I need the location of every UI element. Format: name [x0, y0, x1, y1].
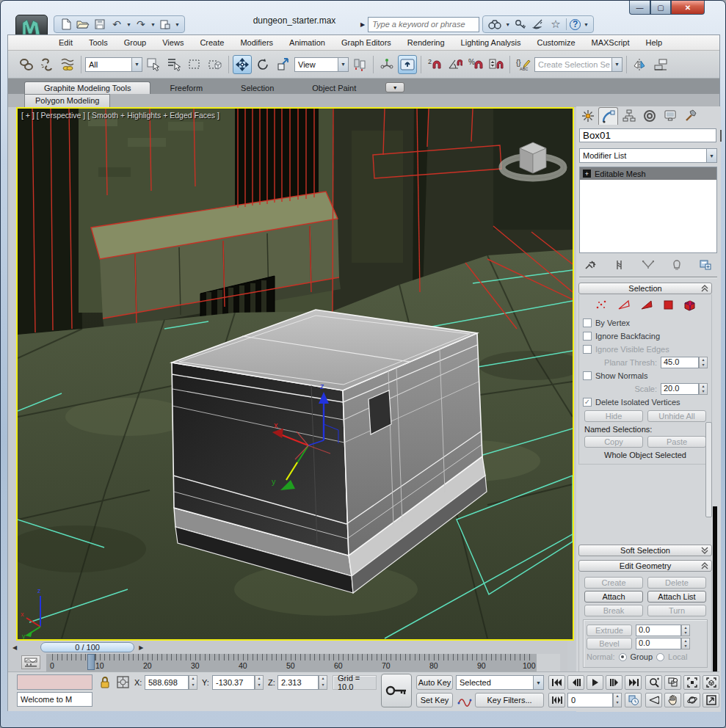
help-icon[interactable]: ? [570, 19, 581, 30]
new-scene-icon[interactable] [59, 17, 73, 32]
scale-spinner[interactable]: ▴▾ [699, 383, 708, 395]
menu-lighting-analysis[interactable]: Lighting Analysis [453, 38, 529, 47]
tab-display-icon[interactable] [660, 107, 680, 125]
tab-hierarchy-icon[interactable] [619, 107, 639, 125]
menu-tools[interactable]: Tools [81, 38, 116, 47]
zoom-icon[interactable] [645, 675, 662, 690]
modifier-list-combo[interactable]: Modifier List ▼ [579, 148, 717, 163]
normal-local-radio[interactable] [656, 653, 664, 661]
help-dropdown-icon[interactable]: ▼ [584, 22, 589, 27]
menu-customize[interactable]: Customize [529, 38, 584, 47]
by-vertex-checkbox[interactable] [583, 318, 592, 327]
element-subobject-icon[interactable] [683, 299, 696, 313]
menu-help[interactable]: Help [638, 38, 671, 47]
time-slider-right-icon[interactable]: ▶ [134, 644, 148, 651]
open-file-icon[interactable] [76, 17, 90, 32]
select-object-icon[interactable] [144, 55, 163, 74]
auto-key-button[interactable]: Auto Key [416, 675, 453, 690]
time-slider-left-icon[interactable]: ◀ [8, 644, 21, 651]
menu-graph-editors[interactable]: Graph Editors [333, 38, 399, 47]
make-unique-icon[interactable] [642, 261, 654, 271]
set-key-button[interactable]: Set Key [416, 693, 453, 707]
attach-list-button[interactable]: Attach List [647, 591, 706, 603]
x-spinner[interactable]: ▴▾ [189, 675, 197, 690]
menu-maxscript[interactable]: MAXScript [584, 38, 638, 47]
selection-filter-dropdown-icon[interactable]: ▼ [131, 58, 142, 71]
angle-snap-toggle-icon[interactable] [446, 55, 465, 74]
maximize-button[interactable]: ▢ [650, 1, 671, 15]
planar-thresh-spinner[interactable]: ▴▾ [699, 357, 708, 368]
menu-views[interactable]: Views [154, 38, 192, 47]
current-frame-field[interactable]: 0 [567, 693, 613, 707]
bevel-field[interactable]: 0.0 [636, 638, 681, 649]
modifier-stack[interactable]: + Editable Mesh [579, 167, 717, 253]
search-dropdown-icon[interactable]: ▼ [505, 22, 510, 27]
spinner-snap-toggle-icon[interactable] [487, 55, 506, 74]
delete-isolated-vertices-checkbox[interactable]: ✓ [583, 398, 592, 407]
command-panel-scrollbar[interactable] [705, 422, 712, 517]
extrude-spinner[interactable]: ▴▾ [681, 625, 690, 636]
key-mode-toggle-icon[interactable] [548, 693, 565, 707]
create-button[interactable]: Create [584, 577, 643, 589]
extrude-button[interactable]: Extrude [587, 625, 632, 636]
vertex-subobject-icon[interactable] [595, 299, 608, 313]
tab-motion-icon[interactable] [639, 107, 659, 125]
tab-modify-icon[interactable] [598, 107, 618, 125]
z-spinner[interactable]: ▴▾ [319, 675, 327, 690]
set-keys-button[interactable] [381, 674, 412, 707]
favorites-star-icon[interactable]: ☆ [548, 17, 563, 32]
break-button[interactable]: Break [584, 605, 643, 616]
key-filters-button[interactable]: Key Filters... [475, 693, 544, 707]
show-normals-checkbox[interactable] [583, 371, 592, 380]
remove-modifier-icon[interactable] [672, 260, 681, 272]
select-and-move-icon[interactable] [233, 55, 252, 74]
extrude-field[interactable]: 0.0 [636, 625, 681, 636]
y-coordinate-field[interactable]: -130.37 [212, 675, 255, 690]
show-end-result-icon[interactable] [615, 260, 624, 272]
named-selection-set-combo[interactable]: Create Selection Se ▼ [534, 57, 622, 72]
ribbon-tab-object-paint[interactable]: Object Paint [293, 82, 375, 94]
absolute-mode-transform-icon[interactable] [117, 676, 129, 690]
select-and-scale-icon[interactable] [274, 55, 293, 74]
rollout-selection-header[interactable]: Selection [578, 283, 712, 294]
frame-spinner[interactable]: ▴▾ [613, 693, 622, 707]
select-and-rotate-icon[interactable] [253, 55, 272, 74]
project-toolbar-icon[interactable] [158, 17, 173, 32]
rollout-soft-selection-header[interactable]: Soft Selection [578, 545, 712, 556]
go-to-end-icon[interactable] [625, 675, 642, 690]
turn-button[interactable]: Turn [647, 605, 706, 616]
key-default-combo[interactable]: Selected ▼ [456, 675, 544, 690]
zoom-extents-icon[interactable] [683, 675, 700, 690]
window-crossing-icon[interactable] [206, 55, 225, 74]
rectangular-selection-region-icon[interactable] [185, 55, 204, 74]
previous-frame-icon[interactable] [567, 675, 584, 690]
bind-to-space-warp-icon[interactable] [58, 55, 77, 74]
edit-named-selection-sets-icon[interactable]: {}ABC [514, 55, 533, 74]
maxscript-listener-pink[interactable] [17, 674, 92, 690]
ribbon-minimize-icon[interactable]: ▼ [385, 82, 404, 92]
unlink-selection-icon[interactable] [37, 55, 57, 74]
object-name-field[interactable] [579, 128, 716, 142]
bevel-spinner[interactable]: ▴▾ [681, 638, 690, 649]
default-tangent-icon[interactable] [457, 693, 472, 709]
menu-rendering[interactable]: Rendering [399, 38, 453, 47]
menu-animation[interactable]: Animation [281, 38, 333, 47]
menu-group[interactable]: Group [116, 38, 155, 47]
qat-customize-dropdown-icon[interactable]: ▼ [175, 22, 180, 27]
selection-lock-icon[interactable] [99, 676, 111, 690]
tab-polygon-modeling[interactable]: Polygon Modeling [24, 94, 110, 107]
attach-button[interactable]: Attach [584, 591, 643, 603]
infocenter-expand-icon[interactable]: ▶ [360, 21, 365, 28]
subscription-key-icon[interactable] [513, 17, 528, 32]
zoom-all-icon[interactable] [664, 675, 681, 690]
copy-button[interactable]: Copy [584, 436, 643, 448]
menu-create[interactable]: Create [192, 38, 232, 47]
maxscript-listener[interactable]: Welcome to M [17, 692, 92, 707]
align-icon[interactable] [651, 55, 670, 74]
hide-button[interactable]: Hide [584, 410, 643, 422]
field-of-view-icon[interactable] [645, 693, 662, 707]
ribbon-tab-selection[interactable]: Selection [222, 82, 293, 94]
face-subobject-icon[interactable] [640, 299, 653, 313]
configure-modifier-sets-icon[interactable] [700, 260, 711, 272]
undo-icon[interactable]: ↶ [109, 17, 124, 32]
